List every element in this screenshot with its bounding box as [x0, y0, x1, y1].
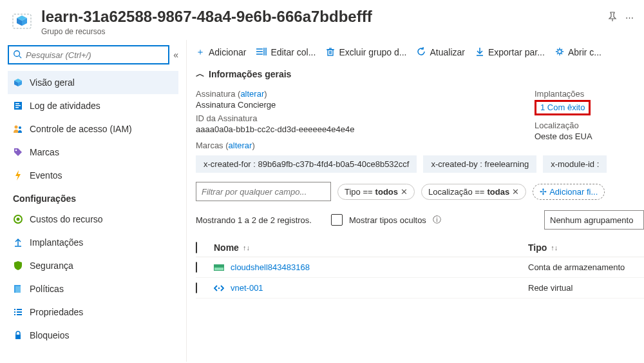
sidebar-item-events[interactable]: Eventos: [8, 164, 178, 187]
svg-rect-22: [14, 309, 15, 310]
sidebar-item-deployments[interactable]: Implantações: [8, 231, 178, 254]
sidebar-item-costs[interactable]: Custos do recurso: [8, 208, 178, 231]
refresh-button[interactable]: Atualizar: [417, 47, 464, 58]
delete-rg-button[interactable]: Excluir grupo d...: [326, 47, 406, 58]
location-value: Oeste dos EUA: [535, 132, 644, 141]
columns-icon: [256, 47, 267, 57]
cube-icon: [13, 77, 23, 88]
shield-icon: [13, 261, 23, 270]
location-filter-pill[interactable]: Localização == todas✕: [421, 184, 526, 200]
subid-label: ID da Assinatura: [196, 113, 515, 123]
deployments-label: Implantações: [535, 89, 644, 99]
essentials-toggle[interactable]: ︿ Informações gerais: [196, 64, 644, 85]
svg-rect-27: [17, 314, 22, 315]
storage-icon: [214, 264, 224, 271]
resources-table: Nome↑↓ Tipo↑↓ cloudshell843483168 Conta …: [196, 239, 644, 299]
pin-icon[interactable]: [607, 12, 618, 24]
search-input[interactable]: [26, 50, 164, 60]
record-count: Mostrando 1 a 2 de 2 registros.: [196, 215, 312, 225]
tag-chip[interactable]: x-module-id :: [543, 155, 607, 173]
tag-chip[interactable]: x-created-by : freelearning: [423, 155, 536, 173]
svg-rect-12: [15, 107, 19, 108]
tag-chip[interactable]: x-created-for : 89b6a9fb-c37b-4fd4-b0a5-…: [196, 155, 417, 173]
export-button[interactable]: Exportar par...: [475, 47, 545, 58]
sidebar-item-iam[interactable]: Controle de acesso (IAM): [8, 117, 178, 141]
more-icon[interactable]: ⋯: [625, 13, 634, 23]
search-box[interactable]: [8, 45, 169, 64]
sidebar-item-overview[interactable]: Visão geral: [8, 71, 178, 94]
resource-group-icon: [10, 9, 33, 32]
filters-row: Tipo == todos✕ Localização == todas✕ ✢Ad…: [196, 182, 644, 201]
location-label: Localização: [535, 121, 644, 130]
close-icon[interactable]: ✕: [512, 187, 519, 197]
tags-label: Marcas (alterar): [196, 141, 515, 150]
subscription-label: Assinatura (alterar): [196, 89, 515, 99]
add-button[interactable]: ＋Adicionar: [196, 46, 246, 58]
sidebar-item-activity-log[interactable]: Log de atividades: [8, 94, 178, 117]
page-header: learn-31a62588-9867-48a4-9e6b-666a7bdbef…: [0, 0, 644, 40]
status-row: Mostrando 1 a 2 de 2 registros. Mostrar …: [196, 210, 644, 230]
search-icon: [13, 50, 22, 61]
page-subtitle: Grupo de recursos: [41, 27, 600, 36]
select-all-checkbox[interactable]: [196, 242, 197, 253]
svg-rect-11: [15, 105, 21, 106]
tag-icon: [13, 148, 23, 157]
open-button[interactable]: Abrir c...: [555, 47, 601, 58]
svg-point-41: [558, 50, 562, 54]
sidebar-item-tags[interactable]: Marcas: [8, 141, 178, 164]
show-hidden-checkbox[interactable]: [331, 214, 343, 226]
svg-rect-23: [17, 309, 22, 310]
sort-icon: ↑↓: [243, 244, 250, 251]
svg-point-17: [17, 218, 20, 221]
table-row: cloudshell843483168 Conta de armazenamen…: [196, 257, 644, 278]
filter-input[interactable]: [196, 182, 331, 201]
row-checkbox[interactable]: [196, 262, 197, 273]
lock-icon: [13, 331, 23, 340]
deployments-link[interactable]: 1 Com êxito: [540, 103, 585, 112]
command-bar: ＋Adicionar Editar col... Excluir grupo d…: [196, 45, 644, 64]
sidebar: « Visão geral Log de atividades Controle…: [0, 40, 187, 362]
svg-rect-25: [17, 311, 22, 313]
resource-link[interactable]: cloudshell843483168: [214, 262, 528, 272]
svg-rect-34: [328, 50, 333, 55]
edit-columns-button[interactable]: Editar col...: [256, 47, 316, 57]
sidebar-item-label: Implantações: [30, 237, 83, 248]
resource-link[interactable]: vnet-001: [214, 283, 528, 293]
log-icon: [13, 101, 23, 110]
chevron-up-icon: ︿: [196, 68, 205, 80]
vnet-icon: [214, 284, 224, 292]
type-column-header[interactable]: Tipo↑↓: [528, 242, 644, 253]
name-column-header[interactable]: Nome↑↓: [214, 242, 528, 253]
sidebar-item-security[interactable]: Segurança: [8, 254, 178, 277]
table-row: vnet-001 Rede virtual: [196, 278, 644, 299]
sidebar-item-label: Propriedades: [30, 307, 83, 317]
sidebar-item-policies[interactable]: Políticas: [8, 277, 178, 300]
resource-type: Conta de armazenamento: [528, 262, 644, 272]
change-subscription-link[interactable]: alterar: [240, 89, 264, 99]
close-icon[interactable]: ✕: [401, 187, 408, 197]
sidebar-item-label: Log de atividades: [30, 101, 100, 111]
sidebar-item-label: Bloqueios: [30, 330, 70, 340]
sidebar-item-locks[interactable]: Bloqueios: [8, 324, 178, 347]
collapse-sidebar-icon[interactable]: «: [173, 50, 178, 60]
sidebar-item-label: Marcas: [30, 147, 59, 157]
svg-point-4: [14, 50, 20, 56]
subscription-link[interactable]: Assinatura Concierge: [196, 100, 515, 110]
sidebar-item-label: Visão geral: [30, 77, 75, 88]
grouping-select[interactable]: Nenhum agrupamento: [544, 210, 644, 230]
row-checkbox[interactable]: [196, 282, 197, 293]
info-icon[interactable]: ⓘ: [433, 214, 441, 226]
svg-point-14: [19, 126, 21, 129]
main-content: ＋Adicionar Editar col... Excluir grupo d…: [187, 40, 644, 362]
svg-rect-10: [15, 103, 19, 104]
sidebar-item-properties[interactable]: Propriedades: [8, 300, 178, 324]
change-tags-link[interactable]: alterar: [229, 141, 252, 150]
sidebar-item-label: Políticas: [30, 284, 64, 294]
trash-icon: [326, 47, 335, 58]
deployments-highlight: 1 Com êxito: [535, 100, 591, 115]
svg-point-15: [15, 150, 17, 152]
add-filter-button[interactable]: ✢Adicionar fi...: [533, 184, 605, 200]
type-filter-pill[interactable]: Tipo == todos✕: [337, 184, 415, 200]
plus-icon: ＋: [196, 46, 205, 58]
sidebar-item-label: Segurança: [30, 260, 73, 271]
